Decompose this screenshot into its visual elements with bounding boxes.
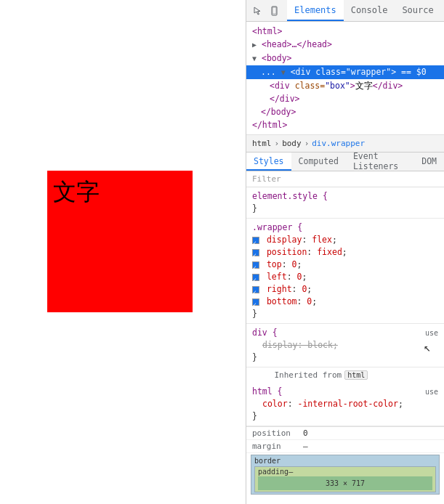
css-rule-element-style: element.style { } <box>246 187 444 219</box>
tab-elements[interactable]: Elements <box>287 0 344 21</box>
checkbox-bottom[interactable] <box>252 298 259 306</box>
source-link-div: use <box>425 327 438 339</box>
css-rule-div: div { use display: block; } <box>246 324 444 367</box>
tab-dom[interactable]: DOM <box>414 153 444 171</box>
breadcrumb-html[interactable]: html <box>252 139 272 148</box>
filter-bar[interactable]: Filter <box>246 171 444 187</box>
bm-position-row: position 0 <box>246 427 444 440</box>
checkbox-position[interactable] <box>252 249 259 256</box>
breadcrumb-body[interactable]: body <box>282 139 302 148</box>
tree-body[interactable]: ▼ <body> <box>246 52 444 65</box>
tree-html[interactable]: <html> <box>246 25 444 38</box>
bm-margin-row: margin – <box>246 440 444 453</box>
checkbox-top[interactable] <box>252 261 259 269</box>
source-link-html: use <box>425 386 438 398</box>
tab-event-listeners[interactable]: Event Listeners <box>346 153 414 171</box>
inherited-label: html Inherited from html <box>246 367 444 383</box>
checkbox-right[interactable] <box>252 286 259 293</box>
css-rule-wrapper: .wrapper { display: flex; position: fixe… <box>246 219 444 324</box>
styles-panel: Filter element.style { } .wrapper { disp… <box>246 171 444 504</box>
cursor-icon[interactable] <box>249 2 267 20</box>
css-rule-html: html { use color: -internal-root-color; … <box>246 383 444 426</box>
html-tree: <html> ▶ <head>…</head> ▼ <body> ... ▼ <… <box>246 22 444 135</box>
breadcrumb: html › body › div.wrapper <box>246 135 444 153</box>
breadcrumb-wrapper[interactable]: div.wrapper <box>312 139 365 148</box>
devtools-panel: Elements Console Source <html> ▶ <head>…… <box>246 0 444 504</box>
tree-close-div[interactable]: </div> <box>246 92 444 105</box>
tab-computed[interactable]: Computed <box>291 153 346 171</box>
tree-close-body[interactable]: </body> <box>246 105 444 118</box>
bm-content-size: 333 × 717 <box>258 476 432 490</box>
red-box: 文字 <box>47 171 193 312</box>
tab-console[interactable]: Console <box>344 0 395 21</box>
tree-close-html[interactable]: </html> <box>246 118 444 131</box>
svg-rect-1 <box>273 7 276 14</box>
tab-source[interactable]: Source <box>395 0 440 21</box>
tree-head[interactable]: ▶ <head>…</head> <box>246 38 444 52</box>
bm-padding-label: padding– <box>255 467 435 476</box>
tree-wrapper-div[interactable]: ... ▼ <div class="wrapper"> == $0 <box>246 65 444 79</box>
styles-sub-tabs: Styles Computed Event Listeners DOM <box>246 153 444 171</box>
inherited-html-badge[interactable]: html <box>344 370 368 380</box>
phone-icon[interactable] <box>267 2 284 20</box>
tree-box-div[interactable]: <div class="box">文字</div> <box>246 79 444 92</box>
bm-visual: border padding– 333 × 717 <box>251 455 440 495</box>
bm-border-label: border <box>251 455 439 466</box>
devtools-top-tabs: Elements Console Source <box>246 0 444 22</box>
box-model: position 0 margin – border padding– 333 … <box>246 426 444 495</box>
page-preview: 文字 <box>0 0 246 504</box>
tab-icons <box>246 0 287 21</box>
tab-styles[interactable]: Styles <box>246 153 291 171</box>
checkbox-left[interactable] <box>252 274 259 281</box>
checkbox-display[interactable] <box>252 237 259 244</box>
bm-padding: padding– 333 × 717 <box>254 466 436 492</box>
chinese-text: 文字 <box>53 176 100 208</box>
